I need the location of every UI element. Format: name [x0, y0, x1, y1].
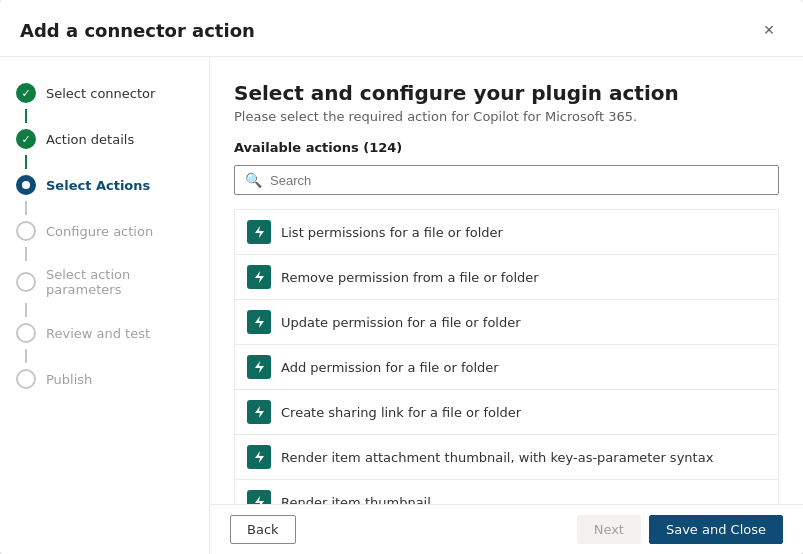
step-connector-1 — [25, 109, 27, 123]
footer-left: Back — [230, 515, 296, 544]
step-label-select-actions: Select Actions — [46, 178, 150, 193]
search-box: 🔍 — [234, 165, 779, 195]
sidebar-item-select-connector[interactable]: Select connector — [0, 77, 209, 109]
sidebar-item-select-action-parameters: Select action parameters — [0, 261, 209, 303]
action-item-2[interactable]: Update permission for a file or folder — [234, 299, 779, 344]
dialog: Add a connector action × Select connecto… — [0, 0, 803, 554]
action-item-5[interactable]: Render item attachment thumbnail, with k… — [234, 434, 779, 479]
dialog-header: Add a connector action × — [0, 0, 803, 57]
step-connector-5 — [25, 303, 27, 317]
step-label-review-and-test: Review and test — [46, 326, 150, 341]
available-actions-label: Available actions (124) — [234, 140, 779, 155]
search-icon: 🔍 — [245, 172, 262, 188]
save-close-button[interactable]: Save and Close — [649, 515, 783, 544]
search-input[interactable] — [270, 173, 768, 188]
step-circle-select-actions — [16, 175, 36, 195]
step-circle-action-details — [16, 129, 36, 149]
action-label-5: Render item attachment thumbnail, with k… — [281, 450, 713, 465]
step-circle-review-and-test — [16, 323, 36, 343]
back-button[interactable]: Back — [230, 515, 296, 544]
dialog-title: Add a connector action — [20, 20, 255, 41]
action-icon-5 — [247, 445, 271, 469]
dialog-body: Select connectorAction detailsSelect Act… — [0, 57, 803, 554]
step-label-publish: Publish — [46, 372, 92, 387]
action-label-0: List permissions for a file or folder — [281, 225, 503, 240]
action-icon-2 — [247, 310, 271, 334]
action-icon-0 — [247, 220, 271, 244]
action-label-6: Render item thumbnail — [281, 495, 431, 505]
step-circle-select-connector — [16, 83, 36, 103]
step-label-action-details: Action details — [46, 132, 134, 147]
action-label-2: Update permission for a file or folder — [281, 315, 521, 330]
action-label-1: Remove permission from a file or folder — [281, 270, 539, 285]
step-circle-publish — [16, 369, 36, 389]
step-label-configure-action: Configure action — [46, 224, 153, 239]
sidebar: Select connectorAction detailsSelect Act… — [0, 57, 210, 554]
action-icon-4 — [247, 400, 271, 424]
section-title: Select and configure your plugin action — [234, 81, 779, 105]
action-icon-6 — [247, 490, 271, 504]
next-button: Next — [577, 515, 641, 544]
action-item-1[interactable]: Remove permission from a file or folder — [234, 254, 779, 299]
action-item-6[interactable]: Render item thumbnail — [234, 479, 779, 504]
step-circle-select-action-parameters — [16, 272, 36, 292]
action-item-4[interactable]: Create sharing link for a file or folder — [234, 389, 779, 434]
step-connector-2 — [25, 155, 27, 169]
action-icon-3 — [247, 355, 271, 379]
sidebar-item-configure-action: Configure action — [0, 215, 209, 247]
step-connector-3 — [25, 201, 27, 215]
step-label-select-action-parameters: Select action parameters — [46, 267, 193, 297]
section-subtitle: Please select the required action for Co… — [234, 109, 779, 124]
sidebar-item-action-details[interactable]: Action details — [0, 123, 209, 155]
action-item-0[interactable]: List permissions for a file or folder — [234, 209, 779, 254]
step-connector-6 — [25, 349, 27, 363]
step-label-select-connector: Select connector — [46, 86, 155, 101]
action-icon-1 — [247, 265, 271, 289]
footer-right: Next Save and Close — [577, 515, 783, 544]
close-button[interactable]: × — [755, 16, 783, 44]
main-body: Select and configure your plugin action … — [210, 57, 803, 504]
sidebar-item-publish: Publish — [0, 363, 209, 395]
action-label-4: Create sharing link for a file or folder — [281, 405, 521, 420]
main-content: Select and configure your plugin action … — [210, 57, 803, 554]
sidebar-item-select-actions[interactable]: Select Actions — [0, 169, 209, 201]
dialog-footer: Back Next Save and Close — [210, 504, 803, 554]
step-connector-4 — [25, 247, 27, 261]
action-list: List permissions for a file or folderRem… — [234, 209, 779, 504]
sidebar-item-review-and-test: Review and test — [0, 317, 209, 349]
action-label-3: Add permission for a file or folder — [281, 360, 499, 375]
step-circle-configure-action — [16, 221, 36, 241]
action-item-3[interactable]: Add permission for a file or folder — [234, 344, 779, 389]
